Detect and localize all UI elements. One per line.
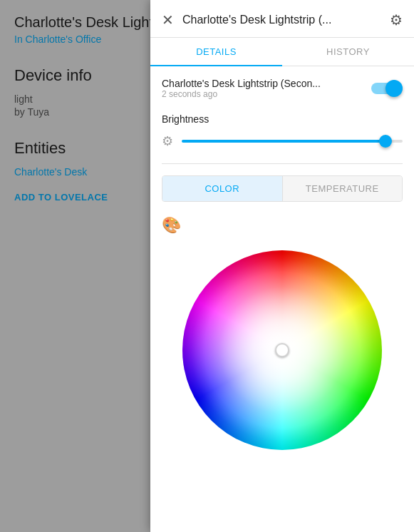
brightness-slider[interactable]	[182, 140, 403, 143]
toggle-thumb	[385, 80, 403, 97]
color-wheel[interactable]	[182, 250, 382, 450]
settings-gear-icon[interactable]: ⚙	[390, 11, 403, 29]
brightness-label: Brightness	[162, 113, 403, 125]
brightness-gear-icon: ⚙	[162, 133, 173, 149]
device-toggle[interactable]	[371, 80, 403, 97]
device-name: Charlotte's Desk Lightstrip (Secon...	[162, 78, 371, 89]
palette-icon: 🎨	[162, 216, 403, 235]
tab-history[interactable]: HISTORY	[282, 38, 414, 66]
modal-dialog: ✕ Charlotte's Desk Lightstrip (... ⚙ DET…	[150, 0, 414, 532]
device-row: Charlotte's Desk Lightstrip (Secon... 2 …	[162, 78, 403, 99]
temperature-button[interactable]: TEMPERATURE	[283, 176, 403, 201]
modal-body: Charlotte's Desk Lightstrip (Secon... 2 …	[150, 66, 414, 532]
modal-title: Charlotte's Desk Lightstrip (...	[182, 14, 381, 26]
divider	[162, 163, 403, 164]
color-temperature-toggle: COLOR TEMPERATURE	[162, 175, 403, 202]
modal-tabs: DETAILS HISTORY	[150, 38, 414, 66]
modal-overlay: ✕ Charlotte's Desk Lightstrip (... ⚙ DET…	[0, 0, 414, 532]
color-wheel-container	[162, 243, 403, 464]
tab-details[interactable]: DETAILS	[150, 38, 282, 66]
close-button[interactable]: ✕	[162, 13, 174, 27]
color-button[interactable]: COLOR	[162, 176, 283, 201]
device-time: 2 seconds ago	[162, 89, 371, 99]
color-wheel-selector	[275, 343, 289, 357]
device-info: Charlotte's Desk Lightstrip (Secon... 2 …	[162, 78, 371, 99]
modal-header: ✕ Charlotte's Desk Lightstrip (... ⚙	[150, 0, 414, 38]
brightness-row: ⚙	[162, 133, 403, 149]
